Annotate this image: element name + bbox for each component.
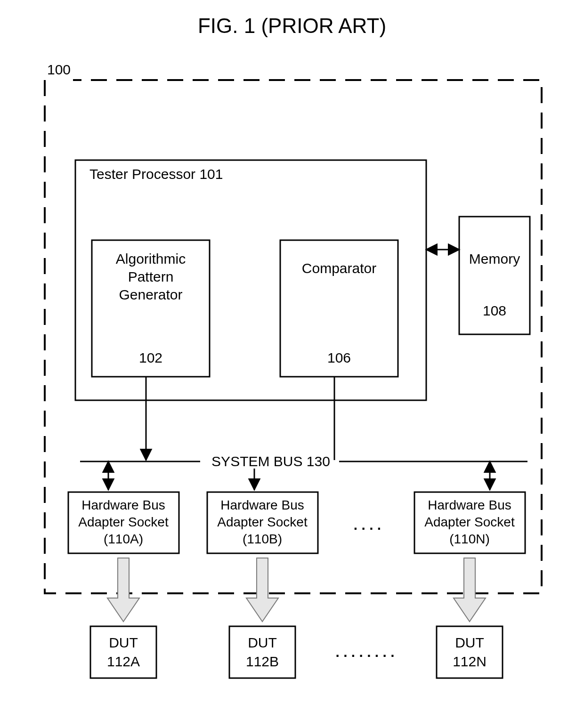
figure-title: FIG. 1 (PRIOR ART) [0, 14, 584, 38]
big-arrow-n [454, 558, 486, 622]
dut-a-label: DUT [109, 635, 138, 650]
dut-n-label: DUT [455, 635, 484, 650]
diagram-canvas: 100 Tester Processor 101 Algorithmic Pat… [19, 61, 565, 720]
hba-a-l1: Hardware Bus [81, 498, 165, 512]
hba-n-ref: (110N) [449, 532, 490, 546]
hba-b-l1: Hardware Bus [220, 498, 304, 512]
hba-a-ref: (110A) [104, 532, 143, 546]
comparator-ref: 106 [327, 350, 351, 365]
pattern-generator-ref: 102 [139, 350, 162, 365]
pattern-generator-l3: Generator [119, 287, 182, 302]
dut-a-box [90, 626, 156, 678]
pattern-generator-l2: Pattern [128, 269, 174, 284]
dut-b-label: DUT [248, 635, 277, 650]
dut-a-ref: 112A [107, 654, 140, 669]
big-arrow-b [246, 558, 278, 622]
ellipsis-dut: . . . . . . . . [335, 644, 394, 660]
diagram-page: FIG. 1 (PRIOR ART) 100 Tester Processor … [0, 0, 584, 728]
dut-n-ref: 112N [453, 654, 487, 669]
bus-label: SYSTEM BUS 130 [211, 453, 330, 469]
ellipsis-hba: . . . . [354, 517, 381, 533]
dut-b-ref: 112B [246, 654, 279, 669]
hba-a-l2: Adapter Socket [78, 515, 169, 529]
big-arrow-a [107, 558, 139, 622]
hba-n-l2: Adapter Socket [424, 515, 515, 529]
system-ref-label: 100 [47, 62, 71, 77]
pattern-generator-l1: Algorithmic [116, 251, 186, 267]
dut-n-box [437, 626, 503, 678]
memory-label: Memory [469, 251, 520, 267]
hba-n-l1: Hardware Bus [428, 498, 511, 512]
memory-ref: 108 [483, 303, 506, 318]
hba-b-l2: Adapter Socket [217, 515, 308, 529]
comparator-label: Comparator [302, 260, 376, 276]
tester-processor-label: Tester Processor 101 [89, 166, 223, 182]
hba-b-ref: (110B) [243, 532, 282, 546]
dut-b-box [229, 626, 295, 678]
